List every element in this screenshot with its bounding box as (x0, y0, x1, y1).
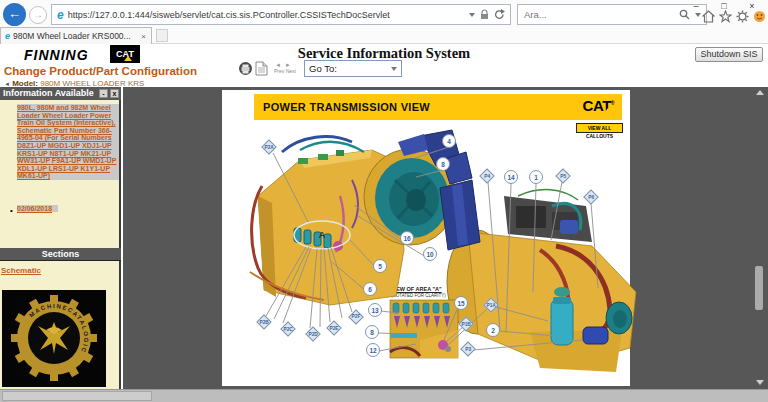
horizontal-scrollbar[interactable] (0, 389, 768, 402)
callout-14[interactable]: 14 (504, 170, 518, 184)
callout-5[interactable]: 5 (373, 259, 387, 273)
callout-10[interactable]: 10 (423, 247, 437, 261)
callout-1[interactable]: 1 (529, 170, 543, 184)
callout-P1B[interactable]: P1B (458, 316, 474, 332)
callout-P5[interactable]: P5 (555, 168, 571, 184)
callout-15[interactable]: 15 (454, 296, 468, 310)
callout-P4[interactable]: P4 (479, 168, 495, 184)
vertical-scroll-down-icon[interactable] (756, 380, 764, 385)
callout-layer: P2A48161056P2BP2CP2DP2EP2F1381215P1AP1B2… (0, 0, 768, 402)
callout-16[interactable]: 16 (400, 231, 414, 245)
callout-P3[interactable]: P3 (460, 341, 476, 357)
callout-8[interactable]: 8 (436, 157, 450, 171)
horizontal-scrollbar-thumb[interactable] (2, 391, 152, 401)
callout-P2A[interactable]: P2A (261, 139, 277, 155)
callout-P2E[interactable]: P2E (326, 320, 342, 336)
callout-P6[interactable]: P6 (583, 189, 599, 205)
callout-13[interactable]: 13 (368, 303, 382, 317)
callout-P2B[interactable]: P2B (256, 314, 272, 330)
callout-P2C[interactable]: P2C (280, 321, 296, 337)
callout-4[interactable]: 4 (442, 134, 456, 148)
callout-P2F[interactable]: P2F (348, 309, 364, 325)
callout-2[interactable]: 2 (486, 323, 500, 337)
callout-6[interactable]: 6 (363, 282, 377, 296)
vertical-scroll-up-icon[interactable] (756, 90, 764, 95)
callout-P1A[interactable]: P1A (483, 297, 499, 313)
callout-8[interactable]: 8 (365, 325, 379, 339)
callout-12[interactable]: 12 (366, 343, 380, 357)
vertical-scrollbar-thumb[interactable] (755, 266, 763, 310)
callout-P2D[interactable]: P2D (305, 326, 321, 342)
